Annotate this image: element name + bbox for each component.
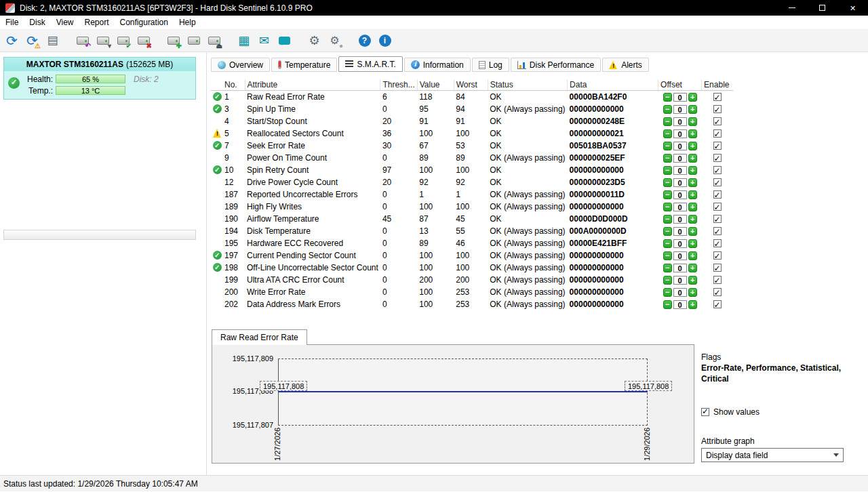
offset-value[interactable]: 0 bbox=[673, 215, 687, 224]
offset-decrease-button[interactable]: − bbox=[663, 239, 672, 248]
smart-attribute-row[interactable]: 1Raw Read Error Rate611884OK00000BA142F0… bbox=[211, 90, 733, 103]
mail-icon[interactable]: ✉ bbox=[255, 31, 273, 49]
smart-attribute-row[interactable]: 4Start/Stop Count209191OK00000000248E−0+ bbox=[211, 115, 733, 127]
offset-increase-button[interactable]: + bbox=[688, 227, 697, 236]
info-icon[interactable]: i bbox=[376, 31, 394, 49]
column-header-offset[interactable]: Offset bbox=[658, 79, 702, 90]
column-header-worst[interactable]: Worst bbox=[454, 79, 488, 90]
offset-increase-button[interactable]: + bbox=[688, 105, 697, 114]
offset-decrease-button[interactable]: − bbox=[663, 288, 672, 297]
smart-attribute-row[interactable]: 197Current Pending Sector Count0100100OK… bbox=[211, 249, 733, 262]
enable-checkbox[interactable] bbox=[713, 215, 722, 223]
smart-attribute-row[interactable]: 10Spin Retry Count97100100OK000000000000… bbox=[211, 164, 733, 176]
offset-value[interactable]: 0 bbox=[673, 264, 687, 272]
smart-attribute-row[interactable]: 7Seek Error Rate306753OK005018BA0537−0+ bbox=[211, 140, 733, 152]
enable-checkbox[interactable] bbox=[713, 300, 722, 308]
tab-disk-performance[interactable]: Disk Performance bbox=[511, 58, 601, 72]
tab-log[interactable]: Log bbox=[472, 58, 509, 72]
offset-value[interactable]: 0 bbox=[673, 300, 687, 309]
enable-checkbox[interactable] bbox=[713, 117, 722, 125]
offset-decrease-button[interactable]: − bbox=[663, 264, 672, 272]
enable-checkbox[interactable] bbox=[713, 154, 722, 162]
menu-report[interactable]: Report bbox=[79, 16, 114, 28]
show-values-option[interactable]: Show values bbox=[701, 407, 852, 417]
offset-value[interactable]: 0 bbox=[673, 166, 687, 175]
offset-increase-button[interactable]: + bbox=[688, 117, 697, 126]
refresh-icon[interactable]: ⟳ bbox=[3, 31, 21, 49]
drive-icon[interactable] bbox=[184, 31, 203, 49]
offset-increase-button[interactable]: + bbox=[688, 300, 697, 309]
maximize-button[interactable] bbox=[807, 0, 837, 16]
offset-increase-button[interactable]: + bbox=[688, 93, 697, 102]
offset-decrease-button[interactable]: − bbox=[663, 251, 672, 260]
tab-alerts[interactable]: Alerts bbox=[602, 58, 649, 72]
column-header-attribute[interactable]: Attribute bbox=[245, 79, 380, 90]
minimize-button[interactable] bbox=[776, 0, 807, 16]
enable-checkbox[interactable] bbox=[713, 129, 722, 138]
offset-decrease-button[interactable]: − bbox=[663, 117, 672, 126]
disk-offline-icon[interactable]: ▾ bbox=[94, 31, 112, 49]
column-header-data[interactable]: Data bbox=[568, 79, 658, 90]
enable-checkbox[interactable] bbox=[713, 93, 722, 101]
offset-decrease-button[interactable]: − bbox=[663, 142, 672, 150]
offset-increase-button[interactable]: + bbox=[688, 215, 697, 224]
offset-value[interactable]: 0 bbox=[673, 105, 687, 114]
menu-view[interactable]: View bbox=[51, 16, 79, 28]
menu-file[interactable]: File bbox=[0, 16, 24, 28]
enable-checkbox[interactable] bbox=[713, 142, 722, 150]
smart-attribute-row[interactable]: 9Power On Time Count08989OK (Always pass… bbox=[211, 152, 733, 164]
smart-attribute-row[interactable]: 202Data Address Mark Errors0100253OK (Al… bbox=[211, 298, 733, 310]
offset-value[interactable]: 0 bbox=[673, 239, 687, 248]
settings-gear-icon[interactable]: ⚙ bbox=[305, 31, 323, 49]
offset-decrease-button[interactable]: − bbox=[663, 203, 672, 211]
disk-card[interactable]: MAXTOR STM3160211AS(152625 MB) Health: 6… bbox=[3, 57, 196, 100]
enable-checkbox[interactable] bbox=[713, 276, 722, 284]
offset-increase-button[interactable]: + bbox=[688, 166, 697, 175]
column-header-no[interactable]: No. bbox=[211, 79, 245, 90]
offset-increase-button[interactable]: + bbox=[688, 178, 697, 187]
disk-undo-icon[interactable]: ↶ bbox=[73, 31, 92, 49]
column-header-threshold[interactable]: Thresh... bbox=[380, 79, 417, 90]
column-header-enable[interactable]: Enable bbox=[702, 79, 733, 90]
offset-value[interactable]: 0 bbox=[673, 129, 687, 138]
smart-attribute-row[interactable]: 12Drive Power Cycle Count209292OK0000000… bbox=[211, 176, 733, 188]
offset-decrease-button[interactable]: − bbox=[663, 178, 672, 187]
offset-value[interactable]: 0 bbox=[673, 276, 687, 285]
close-button[interactable] bbox=[837, 0, 868, 16]
tab-information[interactable]: Information bbox=[404, 58, 471, 72]
offset-increase-button[interactable]: + bbox=[688, 142, 697, 150]
offset-value[interactable]: 0 bbox=[673, 142, 687, 150]
offset-value[interactable]: 0 bbox=[673, 251, 687, 260]
graph-tab[interactable]: Raw Read Error Rate bbox=[212, 329, 307, 345]
drive-test-icon[interactable]: ✚ bbox=[164, 31, 182, 49]
help-icon[interactable]: ? bbox=[355, 31, 374, 49]
offset-increase-button[interactable]: + bbox=[688, 239, 697, 248]
smart-attribute-row[interactable]: 190Airflow Temperature458745OK00000D0D00… bbox=[211, 213, 733, 225]
graph-mode-select[interactable]: Display data field bbox=[701, 448, 844, 462]
enable-checkbox[interactable] bbox=[713, 166, 722, 174]
enable-checkbox[interactable] bbox=[713, 203, 722, 211]
enable-checkbox[interactable] bbox=[713, 239, 722, 247]
analyse-disk-icon[interactable]: ⟳⚠ bbox=[23, 31, 41, 49]
menu-help[interactable]: Help bbox=[174, 16, 201, 28]
menu-configuration[interactable]: Configuration bbox=[115, 16, 174, 28]
offset-value[interactable]: 0 bbox=[673, 203, 687, 211]
offset-value[interactable]: 0 bbox=[673, 227, 687, 236]
offset-value[interactable]: 0 bbox=[673, 178, 687, 187]
device-list-icon[interactable]: ▦ bbox=[235, 31, 253, 49]
drive-eject-icon[interactable]: ⏏ bbox=[205, 31, 223, 49]
offset-value[interactable]: 0 bbox=[673, 154, 687, 163]
offset-increase-button[interactable]: + bbox=[688, 154, 697, 163]
offset-increase-button[interactable]: + bbox=[688, 276, 697, 285]
offset-decrease-button[interactable]: − bbox=[663, 129, 672, 138]
offset-decrease-button[interactable]: − bbox=[663, 154, 672, 163]
report-icon[interactable]: ▤ bbox=[43, 31, 62, 49]
smart-attribute-row[interactable]: 200Write Error Rate0100253OK (Always pas… bbox=[211, 286, 733, 298]
offset-decrease-button[interactable]: − bbox=[663, 166, 672, 175]
smart-attribute-row[interactable]: 194Disk Temperature01355OK (Always passi… bbox=[211, 225, 733, 237]
offset-value[interactable]: 0 bbox=[673, 190, 687, 199]
enable-checkbox[interactable] bbox=[713, 178, 722, 186]
smart-attribute-row[interactable]: 187Reported Uncorrectable Errors011OK (A… bbox=[211, 188, 733, 201]
offset-decrease-button[interactable]: − bbox=[663, 105, 672, 114]
offset-decrease-button[interactable]: − bbox=[663, 276, 672, 285]
